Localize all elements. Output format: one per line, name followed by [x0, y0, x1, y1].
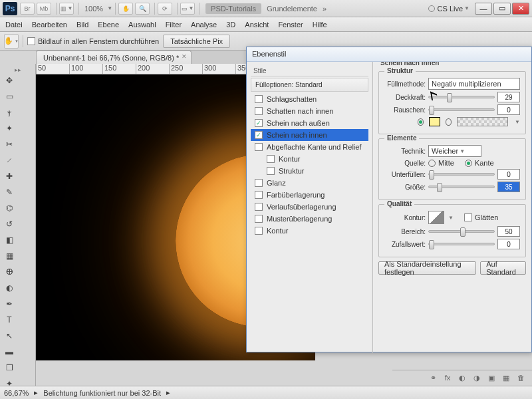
- history-brush-tool-icon[interactable]: ↺: [1, 217, 17, 231]
- noise-value[interactable]: 0: [497, 104, 520, 115]
- arrange-icon[interactable]: ▥▼: [59, 3, 74, 15]
- marquee-tool-icon[interactable]: ▭: [1, 89, 17, 104]
- trash-icon[interactable]: 🗑: [516, 374, 525, 383]
- wand-tool-icon[interactable]: ✦: [1, 121, 17, 136]
- close-tab-icon[interactable]: ✕: [182, 53, 187, 60]
- menu-ebene[interactable]: Ebene: [98, 21, 119, 29]
- effect-checkbox[interactable]: [255, 107, 263, 115]
- minimize-button[interactable]: —: [475, 3, 492, 15]
- fx-icon[interactable]: fx: [443, 374, 452, 383]
- menu-ansicht[interactable]: Ansicht: [245, 21, 269, 29]
- scroll-all-checkbox[interactable]: Bildlauf in allen Fenstern durchführen: [27, 37, 159, 45]
- blur-tool-icon[interactable]: ⴲ: [1, 265, 17, 279]
- range-slider[interactable]: [428, 230, 495, 233]
- make-default-button[interactable]: Als Standardeinstellung festlegen: [378, 261, 476, 275]
- crop-tool-icon[interactable]: ✂: [1, 137, 17, 152]
- rotate-view-icon[interactable]: ⟳: [158, 3, 172, 15]
- choke-slider[interactable]: [428, 173, 495, 176]
- source-center-radio[interactable]: [428, 160, 436, 167]
- menu-auswahl[interactable]: Auswahl: [128, 21, 156, 29]
- dodge-tool-icon[interactable]: ◐: [1, 281, 17, 295]
- effect-item[interactable]: Struktur: [251, 165, 368, 177]
- stamp-tool-icon[interactable]: ⌬: [1, 201, 17, 215]
- effect-item[interactable]: Verlaufsüberlagerung: [251, 201, 368, 213]
- pen-tool-icon[interactable]: ✒: [1, 297, 17, 311]
- hand-view-icon[interactable]: ✋: [118, 3, 133, 15]
- gradient-tool-icon[interactable]: ▦: [1, 249, 17, 263]
- close-button[interactable]: ✕: [512, 3, 529, 15]
- choke-value[interactable]: 0: [497, 169, 520, 180]
- color-radio[interactable]: [418, 118, 424, 126]
- menu-fenster[interactable]: Fenster: [278, 21, 303, 29]
- maximize-button[interactable]: ▭: [493, 3, 511, 15]
- effect-item[interactable]: Schlagschatten: [251, 93, 368, 105]
- noise-slider[interactable]: [428, 108, 495, 111]
- effect-item[interactable]: ✓Schein nach außen: [251, 117, 368, 129]
- menu-3d[interactable]: 3D: [226, 21, 235, 29]
- opacity-value[interactable]: 29: [497, 92, 520, 102]
- antialias-checkbox[interactable]: [464, 213, 472, 221]
- status-zoom[interactable]: 66,67%: [4, 389, 29, 397]
- effect-checkbox[interactable]: ✓: [255, 119, 263, 127]
- source-edge-radio[interactable]: [465, 160, 472, 167]
- glow-color-swatch[interactable]: [429, 117, 440, 126]
- gradient-radio[interactable]: [446, 118, 452, 126]
- contour-drop-icon[interactable]: ▼: [448, 215, 454, 221]
- document-tab[interactable]: Unbenannt-1 bei 66,7% (Sonne, RGB/8) *✕: [36, 51, 192, 64]
- technique-combo[interactable]: Weicher ▼: [428, 145, 481, 157]
- zoom-view-icon[interactable]: 🔍: [135, 3, 150, 15]
- effect-item[interactable]: Kontur: [251, 225, 368, 237]
- workspace-more-icon[interactable]: »: [323, 5, 327, 13]
- screen-mode-icon[interactable]: ▭▼: [180, 3, 195, 15]
- styles-header[interactable]: Stile: [251, 66, 368, 76]
- gradient-drop-icon[interactable]: ▼: [515, 119, 520, 125]
- menu-hilfe[interactable]: Hilfe: [313, 21, 327, 29]
- bridge-icon[interactable]: Br: [20, 3, 35, 15]
- effect-checkbox[interactable]: [255, 191, 263, 199]
- effect-checkbox[interactable]: ✓: [255, 131, 263, 139]
- mask-icon[interactable]: ◐: [458, 374, 467, 383]
- hand-tool-icon[interactable]: ✋▼: [4, 34, 19, 49]
- fill-options[interactable]: Fülloptionen: Standard: [251, 78, 368, 92]
- jitter-value[interactable]: 0: [497, 239, 520, 249]
- effect-checkbox[interactable]: [255, 203, 263, 211]
- workspace-active[interactable]: PSD-Tutorials: [205, 3, 261, 14]
- blend-mode-combo[interactable]: Negativ multiplizieren: [428, 78, 520, 90]
- link-icon[interactable]: ⚭: [428, 374, 438, 383]
- effect-item[interactable]: Farbüberlagerung: [251, 189, 368, 201]
- effect-item[interactable]: Kontur: [251, 153, 368, 165]
- zoom-level[interactable]: 100%: [84, 5, 103, 13]
- effect-item[interactable]: Musterüberlagerung: [251, 213, 368, 225]
- folder-icon[interactable]: ▣: [487, 374, 496, 383]
- brush-tool-icon[interactable]: ✎: [1, 185, 17, 200]
- adjust-icon[interactable]: ◑: [472, 374, 481, 383]
- heal-tool-icon[interactable]: ✚: [1, 169, 17, 184]
- menu-filter[interactable]: Filter: [166, 21, 182, 29]
- menu-analyse[interactable]: Analyse: [191, 21, 217, 29]
- 3d-tool-icon[interactable]: ❒: [1, 360, 17, 375]
- lasso-tool-icon[interactable]: ⲯ: [1, 105, 17, 120]
- effect-checkbox[interactable]: [255, 143, 263, 151]
- size-slider[interactable]: [428, 186, 495, 188]
- effect-item[interactable]: Abgeflachte Kante und Relief: [251, 141, 368, 153]
- type-tool-icon[interactable]: T: [1, 313, 17, 327]
- path-tool-icon[interactable]: ↖: [1, 329, 17, 343]
- effect-checkbox[interactable]: [267, 167, 275, 175]
- minibridge-icon[interactable]: Mb: [37, 3, 51, 15]
- shape-tool-icon[interactable]: ▬: [1, 344, 17, 359]
- contour-swatch[interactable]: [428, 211, 444, 224]
- reset-default-button[interactable]: Auf Standard: [480, 261, 526, 275]
- effect-checkbox[interactable]: [255, 95, 263, 103]
- range-value[interactable]: 50: [497, 226, 520, 237]
- actual-pixels-button[interactable]: Tatsächliche Pix: [163, 35, 230, 48]
- eyedropper-tool-icon[interactable]: ⟋: [1, 153, 17, 168]
- workspace-other[interactable]: Grundelemente: [267, 5, 317, 13]
- effect-item[interactable]: ✓Schein nach innen: [251, 129, 368, 141]
- effect-checkbox[interactable]: [255, 227, 263, 235]
- effect-checkbox[interactable]: [255, 215, 263, 223]
- menu-bearbeiten[interactable]: Bearbeiten: [32, 21, 67, 29]
- eraser-tool-icon[interactable]: ◧: [1, 233, 17, 247]
- effect-item[interactable]: Glanz: [251, 177, 368, 189]
- size-value[interactable]: 35: [497, 182, 520, 192]
- move-tool-icon[interactable]: ✥: [1, 73, 17, 88]
